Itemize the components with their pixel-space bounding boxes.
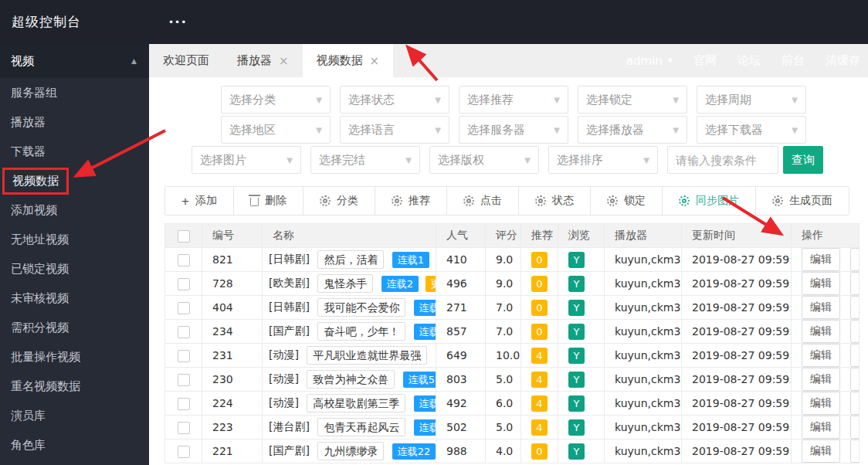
row-checkbox[interactable] [178,302,190,314]
filter-select[interactable]: 选择周期 ▼ [697,86,806,114]
row-checkbox[interactable] [178,422,190,434]
col-header-player: 播放器 [605,224,682,248]
row-checkbox[interactable] [178,374,190,386]
sidebar-item-label: 角色库 [11,438,46,453]
sidebar-item[interactable]: 视频数据 [0,166,149,195]
close-icon[interactable]: × [279,54,289,68]
sidebar-item[interactable]: 无地址视频 [0,225,149,254]
filter-select[interactable]: 选择地区 ▼ [221,116,331,144]
filter-select[interactable]: 选择推荐 ▼ [459,86,568,114]
cell-popularity: 649 [436,344,486,368]
cell-recommend: 4 [521,416,558,440]
filter-select[interactable]: 选择版权 ▼ [429,146,539,174]
toolbar-button[interactable]: + 推荐 [375,187,447,215]
row-checkbox[interactable] [178,398,190,410]
sidebar-item[interactable]: 角色库 [0,430,149,460]
edit-button[interactable]: 编辑 [802,416,840,439]
row-checkbox[interactable] [178,278,190,290]
cell-popularity: 803 [436,368,486,392]
filter-select[interactable]: 选择语言 ▼ [340,116,449,144]
search-input[interactable] [667,146,778,174]
cell-actions: 编辑 删除 [792,272,860,296]
sidebar-item[interactable]: 批量操作视频 [0,342,149,372]
browse-badge: Y [568,300,585,316]
filter-select[interactable]: 选择分类 ▼ [221,86,331,114]
search-button[interactable]: 查询 [783,146,823,174]
sidebar-item[interactable]: 未审核视频 [0,283,149,313]
edit-button[interactable]: 编辑 [802,296,840,319]
tab[interactable]: 视频数据 × [303,44,394,77]
serial-badge: 连载8 [414,324,436,340]
toolbar-button[interactable]: + 锁定 [591,187,663,215]
user-link[interactable]: 前台 [782,53,805,68]
user-link[interactable]: 论坛 [737,53,761,68]
edit-button[interactable]: 编辑 [802,248,840,271]
edit-button[interactable]: 编辑 [802,392,840,415]
edit-button[interactable]: 编辑 [802,368,840,391]
filter-select[interactable]: 选择播放器 ▼ [578,116,687,144]
recommend-badge: 4 [531,395,548,412]
cell-updated: 2019-08-27 09:59:27 [682,392,792,416]
toolbar-button[interactable]: + 点击 [447,187,519,215]
filter-select[interactable]: 选择下载器 ▼ [697,116,806,144]
username: admin [626,54,663,68]
edit-button[interactable]: 编辑 [802,440,840,463]
delete-button[interactable]: 删除 [850,368,859,391]
cell-updated: 2019-08-27 09:59:27 [682,272,792,296]
close-icon[interactable]: × [370,54,380,68]
table-row: 234 [国产剧] 奋斗吧，少年！ 连载8 ... 857 7.0 0 Y [165,320,860,344]
category-label: [日韩剧] [269,253,310,265]
sidebar-item[interactable]: 演员库 [0,401,149,430]
filter-select[interactable]: 选择状态 ▼ [340,86,449,114]
toolbar-button[interactable]: + 添加 [165,187,234,215]
sidebar-item[interactable]: 已锁定视频 [0,254,149,283]
filter-select[interactable]: 选择排序 ▼ [548,146,658,174]
user-link[interactable]: 官网 [693,53,717,68]
sidebar-item[interactable]: 重名视频数据 [0,372,149,401]
edit-button[interactable]: 编辑 [802,320,840,343]
sidebar-item-label: 播放器 [11,115,46,130]
sidebar-item[interactable]: 添加视频 [0,195,149,225]
sidebar-item-label: 添加视频 [11,203,57,218]
sidebar-item[interactable]: 需积分视频 [0,313,149,342]
delete-button[interactable]: 删除 [850,344,859,367]
toolbar-button[interactable]: + 删除 [234,187,303,215]
delete-button[interactable]: 删除 [850,296,859,319]
sidebar-item[interactable]: 服务器组 [0,78,149,107]
nav-more-button[interactable]: ••• [168,17,187,28]
delete-button[interactable]: 删除 [850,440,859,463]
tab[interactable]: 欢迎页面 × [149,44,223,77]
delete-button[interactable]: 删除 [850,320,859,343]
sidebar-item[interactable]: 下载器 [0,137,149,166]
edit-button[interactable]: 编辑 [802,344,840,367]
toolbar-button-label: 状态 [552,194,574,208]
sidebar-item[interactable]: 播放器 [0,107,149,137]
row-checkbox[interactable] [178,350,190,362]
row-checkbox[interactable] [178,254,190,266]
toolbar-button[interactable]: + 同步图片 [663,187,756,215]
delete-button[interactable]: 删除 [850,416,859,439]
select-value: 选择语言 [348,123,395,137]
delete-button[interactable]: 删除 [850,392,859,415]
row-checkbox[interactable] [178,326,190,338]
select-all-checkbox[interactable] [178,230,190,243]
row-checkbox[interactable] [178,446,190,458]
chevron-down-icon: ▼ [668,57,673,64]
filter-select[interactable]: 选择完结 ▼ [310,146,420,174]
delete-button[interactable]: 删除 [850,248,859,271]
browse-badge: Y [568,395,585,412]
title-box: 鬼怪杀手 [317,274,373,293]
cell-player: kuyun,ckm3... [605,320,682,344]
filter-select[interactable]: 选择服务器 ▼ [459,116,568,144]
tab[interactable]: 播放器 × [223,44,303,77]
delete-button[interactable]: 删除 [850,272,859,295]
filter-select[interactable]: 选择图片 ▼ [192,146,301,174]
toolbar-button[interactable]: + 生成页面 [756,187,849,215]
user-link[interactable]: 清缓存 [826,53,860,68]
user-menu[interactable]: admin ▼ [626,54,673,68]
sidebar-group-video[interactable]: 视频 ▲ [0,44,149,78]
filter-select[interactable]: 选择锁定 ▼ [578,86,687,114]
toolbar-button[interactable]: + 状态 [519,187,591,215]
toolbar-button[interactable]: + 分类 [303,187,375,215]
edit-button[interactable]: 编辑 [802,272,840,295]
